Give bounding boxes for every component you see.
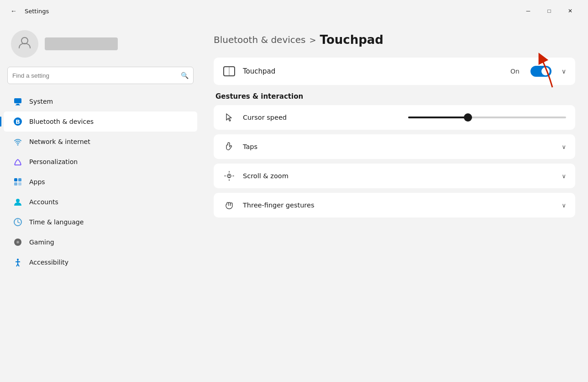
svg-line-23 [18, 264, 19, 266]
taps-group: Taps ∨ [214, 134, 575, 159]
three-finger-group: Three-finger gestures ∨ [214, 193, 575, 218]
scroll-zoom-label: Scroll & zoom [243, 172, 554, 180]
app-body: 🔍 System B Bluetooth & devices [0, 22, 588, 382]
svg-rect-1 [14, 98, 21, 103]
touchpad-card[interactable]: Touchpad On ∨ [214, 58, 575, 85]
sidebar-label-bluetooth: Bluetooth & devices [29, 118, 94, 125]
sidebar-item-network[interactable]: Network & internet [4, 132, 197, 152]
cursor-speed-group: Cursor speed [214, 105, 575, 130]
toggle-knob [541, 67, 550, 75]
svg-text:B: B [16, 118, 20, 125]
sidebar-item-apps[interactable]: Apps [4, 172, 197, 192]
sidebar: 🔍 System B Bluetooth & devices [0, 22, 201, 382]
sidebar-label-accessibility: Accessibility [29, 259, 68, 266]
sidebar-item-bluetooth[interactable]: B Bluetooth & devices [4, 111, 197, 132]
cursor-speed-slider[interactable] [408, 117, 566, 118]
svg-line-15 [18, 222, 20, 223]
sidebar-label-accounts: Accounts [29, 198, 58, 206]
taps-icon [223, 142, 236, 152]
close-button[interactable]: ✕ [560, 4, 581, 18]
breadcrumb: Bluetooth & devices > Touchpad [214, 33, 575, 47]
svg-point-18 [17, 242, 18, 243]
breadcrumb-current: Touchpad [320, 33, 383, 47]
svg-rect-2 [16, 104, 19, 105]
taps-row[interactable]: Taps ∨ [214, 134, 575, 159]
sidebar-label-apps: Apps [29, 178, 45, 186]
user-icon [17, 35, 32, 53]
three-finger-chevron-icon: ∨ [562, 202, 566, 209]
user-name [45, 37, 118, 50]
search-input[interactable] [12, 72, 177, 79]
app-title: Settings [25, 8, 49, 15]
svg-point-6 [17, 144, 19, 146]
accessibility-icon [13, 257, 23, 267]
maximize-button[interactable]: □ [539, 4, 560, 18]
breadcrumb-separator: > [310, 35, 316, 45]
svg-point-0 [21, 37, 28, 44]
touchpad-icon [223, 66, 236, 77]
taps-chevron-icon: ∨ [562, 143, 566, 150]
titlebar-left: ← Settings [7, 5, 49, 17]
main-content: Bluetooth & devices > Touchpad Touchpad … [201, 22, 588, 382]
back-button[interactable]: ← [7, 5, 20, 17]
svg-rect-10 [14, 182, 17, 186]
time-icon [13, 217, 23, 227]
avatar [11, 30, 38, 58]
svg-rect-11 [18, 182, 21, 186]
scroll-zoom-chevron-icon: ∨ [562, 173, 566, 180]
three-finger-row[interactable]: Three-finger gestures ∨ [214, 193, 575, 218]
titlebar: ← Settings ─ □ ✕ [0, 0, 588, 22]
gestures-section-header: Gestures & interaction [215, 92, 575, 101]
three-finger-label: Three-finger gestures [243, 202, 554, 209]
three-finger-icon [223, 200, 236, 210]
minimize-button[interactable]: ─ [518, 4, 539, 18]
svg-point-12 [16, 199, 20, 202]
touchpad-toggle[interactable] [530, 66, 551, 77]
svg-rect-9 [18, 178, 21, 181]
sidebar-label-gaming: Gaming [29, 239, 54, 246]
bluetooth-icon: B [13, 117, 23, 127]
sidebar-item-system[interactable]: System [4, 91, 197, 111]
apps-icon [13, 177, 23, 187]
gaming-icon [13, 237, 23, 247]
toggle-status: On [510, 68, 520, 75]
svg-point-19 [17, 259, 19, 260]
cursor-speed-icon [223, 112, 236, 122]
sidebar-item-gaming[interactable]: Gaming [4, 232, 197, 252]
sidebar-item-accessibility[interactable]: Accessibility [4, 252, 197, 272]
sidebar-label-system: System [29, 98, 53, 105]
network-icon [13, 137, 23, 147]
window-controls: ─ □ ✕ [518, 4, 581, 18]
scroll-zoom-group: Scroll & zoom ∨ [214, 164, 575, 188]
cursor-speed-row[interactable]: Cursor speed [214, 105, 575, 130]
accounts-icon [13, 197, 23, 207]
sidebar-label-personalization: Personalization [29, 158, 78, 165]
user-profile [0, 22, 201, 67]
scroll-zoom-icon [223, 171, 236, 181]
touchpad-expand-btn[interactable]: ∨ [562, 68, 566, 75]
search-container: 🔍 [0, 67, 201, 91]
sidebar-item-accounts[interactable]: Accounts [4, 192, 197, 212]
search-box[interactable]: 🔍 [7, 67, 194, 84]
sidebar-label-network: Network & internet [29, 138, 90, 145]
cursor-speed-label: Cursor speed [243, 114, 401, 121]
svg-rect-3 [16, 105, 20, 106]
sidebar-label-time: Time & language [29, 218, 84, 226]
personalization-icon [13, 157, 23, 167]
svg-rect-8 [14, 178, 17, 181]
touchpad-label: Touchpad [243, 67, 503, 75]
search-icon: 🔍 [181, 72, 189, 79]
system-icon [13, 96, 23, 106]
breadcrumb-parent[interactable]: Bluetooth & devices [214, 34, 306, 45]
sidebar-item-time[interactable]: Time & language [4, 212, 197, 232]
scroll-zoom-row[interactable]: Scroll & zoom ∨ [214, 164, 575, 188]
taps-label: Taps [243, 143, 554, 150]
sidebar-item-personalization[interactable]: Personalization [4, 152, 197, 172]
